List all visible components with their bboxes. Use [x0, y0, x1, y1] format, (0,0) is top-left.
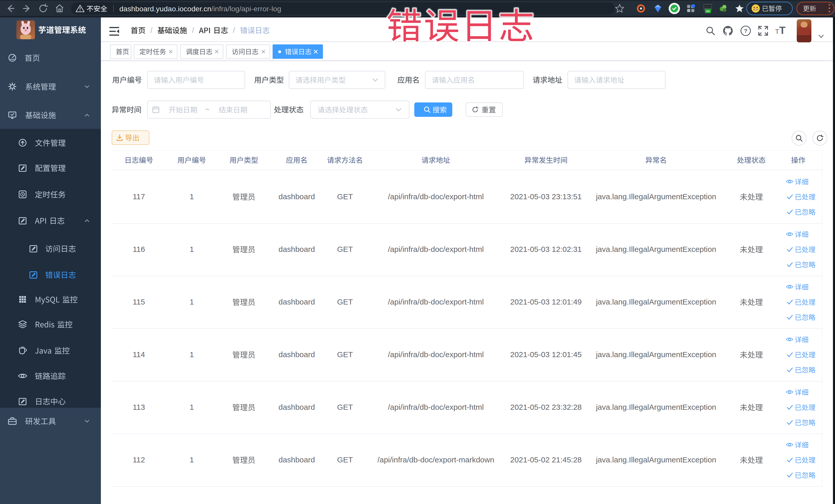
svg-text:on: on: [706, 9, 710, 13]
svg-text:?: ?: [744, 28, 747, 34]
